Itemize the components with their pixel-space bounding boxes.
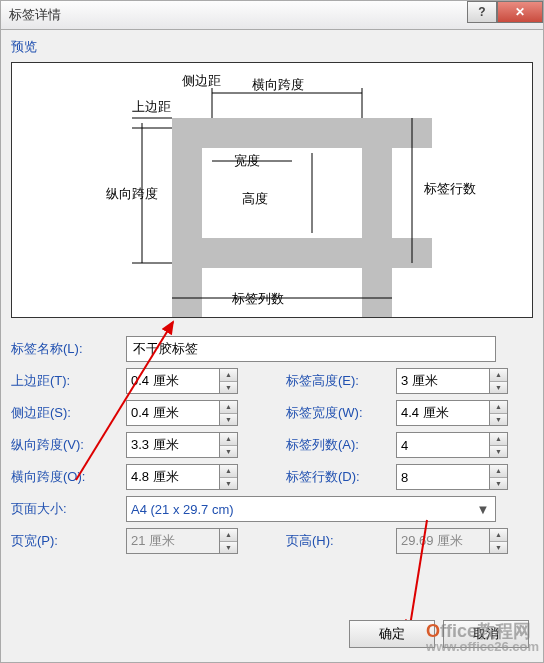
diagram-width: 宽度 <box>234 153 260 168</box>
label-width-input[interactable] <box>396 400 490 426</box>
svg-rect-2 <box>172 238 392 268</box>
page-size-select[interactable]: A4 (21 x 29.7 cm)▼ <box>126 496 496 522</box>
dialog-body: 预览 侧边距 上边距 横向跨度 纵向跨度 <box>0 30 544 663</box>
v-span-spinner[interactable]: ▲▼ <box>220 432 238 458</box>
ok-button[interactable]: 确定 <box>349 620 435 648</box>
page-height-spinner[interactable]: ▲▼ <box>490 528 508 554</box>
v-span-input[interactable] <box>126 432 220 458</box>
page-width-label: 页宽(P): <box>11 532 116 550</box>
label-name-input[interactable] <box>126 336 496 362</box>
diagram-rows: 标签行数 <box>423 181 476 196</box>
titlebar-buttons: ? ✕ <box>467 1 543 29</box>
col-count-label: 标签列数(A): <box>286 436 386 454</box>
label-name-label: 标签名称(L): <box>11 340 116 358</box>
preview-label: 预览 <box>11 38 533 56</box>
close-button[interactable]: ✕ <box>497 1 543 23</box>
top-margin-input[interactable] <box>126 368 220 394</box>
row-count-label: 标签行数(D): <box>286 468 386 486</box>
top-margin-spinner[interactable]: ▲▼ <box>220 368 238 394</box>
help-button[interactable]: ? <box>467 1 497 23</box>
diagram-h-span: 横向跨度 <box>252 77 304 92</box>
titlebar: 标签详情 ? ✕ <box>0 0 544 30</box>
row-count-spinner[interactable]: ▲▼ <box>490 464 508 490</box>
h-span-label: 横向跨度(O): <box>11 468 116 486</box>
label-height-spinner[interactable]: ▲▼ <box>490 368 508 394</box>
side-margin-label: 侧边距(S): <box>11 404 116 422</box>
v-span-label: 纵向跨度(V): <box>11 436 116 454</box>
diagram-height: 高度 <box>242 191 268 206</box>
diagram-top-margin: 上边距 <box>132 99 171 114</box>
diagram-cols: 标签列数 <box>231 291 284 306</box>
page-width-input <box>126 528 220 554</box>
diagram-side-margin: 侧边距 <box>182 73 221 88</box>
dialog-title: 标签详情 <box>9 6 467 24</box>
row-count-input[interactable] <box>396 464 490 490</box>
svg-rect-1 <box>172 118 202 317</box>
watermark: OOffice教程网ffice教程网 www.office26.com <box>426 619 539 654</box>
h-span-input[interactable] <box>126 464 220 490</box>
page-height-label: 页高(H): <box>286 532 386 550</box>
col-count-spinner[interactable]: ▲▼ <box>490 432 508 458</box>
page-height-input <box>396 528 490 554</box>
svg-rect-0 <box>172 118 392 148</box>
side-margin-input[interactable] <box>126 400 220 426</box>
diagram-v-span: 纵向跨度 <box>106 186 158 201</box>
page-size-value: A4 (21 x 29.7 cm) <box>131 502 234 517</box>
label-width-spinner[interactable]: ▲▼ <box>490 400 508 426</box>
svg-rect-3 <box>362 118 392 317</box>
dropdown-icon: ▼ <box>475 502 491 517</box>
page-size-label: 页面大小: <box>11 500 116 518</box>
h-span-spinner[interactable]: ▲▼ <box>220 464 238 490</box>
form-grid: 标签名称(L): 上边距(T): ▲▼ 标签高度(E): ▲▼ 侧边距(S): … <box>11 336 533 554</box>
label-width-label: 标签宽度(W): <box>286 404 386 422</box>
side-margin-spinner[interactable]: ▲▼ <box>220 400 238 426</box>
page-width-spinner[interactable]: ▲▼ <box>220 528 238 554</box>
label-height-input[interactable] <box>396 368 490 394</box>
watermark-url: www.office26.com <box>426 639 539 654</box>
col-count-input[interactable] <box>396 432 490 458</box>
top-margin-label: 上边距(T): <box>11 372 116 390</box>
preview-diagram: 侧边距 上边距 横向跨度 纵向跨度 宽度 高度 标签行数 标签列数 <box>11 62 533 318</box>
label-height-label: 标签高度(E): <box>286 372 386 390</box>
